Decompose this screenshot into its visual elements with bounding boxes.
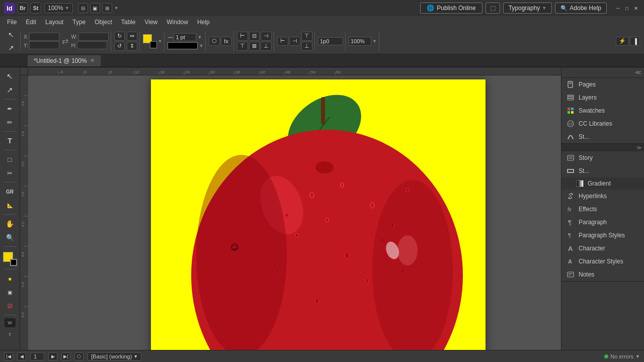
distrib-up-btn[interactable]: ⊤ [301, 32, 312, 41]
distrib-down-btn[interactable]: ⊥ [301, 42, 312, 51]
rotate-ccw-btn[interactable]: ↺ [114, 42, 125, 51]
normal-mode-btn[interactable]: T [3, 329, 17, 341]
next-page-btn[interactable]: ▶ [48, 352, 57, 360]
panel-toggle-btn[interactable]: ▐ [630, 37, 640, 46]
svg-text:60: 60 [336, 70, 341, 74]
error-dropdown-btn[interactable]: ▼ [635, 354, 640, 359]
opacity-btn[interactable]: ⬡ [209, 37, 220, 46]
typography-dropdown[interactable]: Typography ▼ [503, 3, 552, 14]
opacity-input[interactable] [349, 37, 371, 46]
direct-select-btn[interactable]: ↗ [4, 42, 18, 54]
hand-tool[interactable]: ✋ [3, 218, 17, 230]
preview-mode-btn[interactable]: W [5, 318, 16, 327]
selection-tool-btn[interactable]: ↖ [4, 29, 18, 41]
page-number-input[interactable] [318, 37, 343, 45]
paragraph-panel-row[interactable]: ¶ Paragraph [561, 216, 644, 229]
menu-table[interactable]: Table [117, 18, 140, 27]
panel-collapse-btn[interactable]: ≪ [635, 69, 641, 76]
menu-object[interactable]: Object [91, 18, 116, 27]
stroke2-panel-row[interactable]: St... [561, 164, 644, 177]
profile-dropdown[interactable]: [Basic] (working) ▼ [88, 352, 141, 360]
effects-panel-row[interactable]: fx Effects [561, 203, 644, 216]
prev-page-btn[interactable]: ◀ [17, 352, 26, 360]
character-styles-panel-row[interactable]: A Character Styles [561, 255, 644, 268]
measurement-tool[interactable]: 📐 [3, 199, 17, 211]
stroke-style-swatch[interactable] [168, 42, 198, 49]
story-panel-row[interactable]: Story [561, 151, 644, 164]
pen-tool[interactable]: ✒ [3, 103, 17, 115]
notes-panel-row[interactable]: Notes [561, 268, 644, 281]
align-group: ⊢ ⊟ ⊣ ⊤ ⊠ ⊥ [235, 31, 274, 51]
align-bottom-btn[interactable]: ⊥ [261, 42, 272, 51]
tab-close-btn[interactable]: ✕ [90, 57, 95, 64]
rectangle-tool[interactable]: □ [3, 153, 17, 165]
app-icons: Id Br St [4, 3, 41, 14]
minimize-button[interactable]: ─ [614, 4, 622, 12]
arrange-btn[interactable]: ⊟ [78, 3, 88, 13]
view-btn[interactable]: ▣ [90, 3, 100, 13]
menu-window[interactable]: Window [163, 18, 192, 27]
y-input[interactable] [29, 41, 59, 49]
layout-btn[interactable]: ⊞ [102, 3, 112, 13]
align-top-btn[interactable]: ⊤ [237, 42, 248, 51]
quick-apply-btn[interactable]: ⚡ [616, 37, 629, 46]
selection-tool[interactable]: ↖ [3, 70, 17, 82]
direct-selection-tool[interactable]: ↗ [3, 84, 17, 96]
type-tool[interactable]: T [3, 135, 17, 147]
align-left-btn[interactable]: ⊢ [237, 32, 248, 41]
distrib-left-btn[interactable]: ⊢ [277, 37, 288, 46]
close-button[interactable]: ✕ [632, 4, 640, 12]
apply-gradient-btn[interactable]: ▣ [3, 286, 17, 298]
w-input[interactable] [78, 33, 109, 41]
adobe-help-button[interactable]: 🔍 Adobe Help [555, 3, 607, 14]
align-center-btn[interactable]: ⊟ [249, 32, 260, 41]
rotate-cw-btn[interactable]: ↻ [114, 32, 125, 41]
menu-layout[interactable]: Layout [41, 18, 67, 27]
share-button[interactable]: ⬚ [486, 3, 500, 14]
section-expand-btn[interactable]: ≫ [636, 145, 641, 150]
last-page-btn[interactable]: ▶| [61, 352, 70, 360]
layers-panel-row[interactable]: Layers [561, 91, 644, 104]
align-right-btn[interactable]: ⊣ [261, 32, 272, 41]
flip-v-btn[interactable]: ⇕ [127, 42, 137, 51]
cc-libraries-panel-row[interactable]: CC CC Libraries [561, 117, 644, 130]
menu-view[interactable]: View [140, 18, 162, 27]
gradient-panel-row[interactable]: Gradient [561, 177, 644, 190]
bridge-icon[interactable]: Br [17, 3, 28, 14]
stock-icon[interactable]: St [30, 3, 41, 14]
distrib-right-btn[interactable]: ⊣ [289, 37, 300, 46]
preflight-btn[interactable]: ⬡ [74, 352, 84, 360]
transform-btn[interactable]: ⇄ [62, 36, 68, 46]
stroke-weight-input[interactable] [174, 33, 196, 41]
first-page-btn[interactable]: |◀ [4, 352, 13, 360]
stroke-color-swatch[interactable] [150, 41, 157, 48]
pages-panel-row[interactable]: Pages [561, 78, 644, 91]
menu-edit[interactable]: Edit [22, 18, 40, 27]
pencil-tool[interactable]: ✏ [3, 116, 17, 128]
menu-type[interactable]: Type [68, 18, 90, 27]
x-input[interactable] [29, 33, 59, 41]
publish-online-button[interactable]: 🌐 Publish Online [420, 3, 482, 14]
apply-color-btn[interactable]: ■ [3, 273, 17, 285]
hyperlinks-panel-row[interactable]: Hyperlinks [561, 190, 644, 203]
paragraph-styles-panel-row[interactable]: ¶ Paragraph Styles [561, 229, 644, 242]
stroke-panel-row[interactable]: St... [561, 130, 644, 143]
flip-h-btn[interactable]: ⇔ [127, 32, 137, 41]
document-tab[interactable]: *Untitled-1 @ 100% ✕ [28, 55, 101, 66]
gradient-tool[interactable]: GR [3, 186, 17, 198]
menu-file[interactable]: File [3, 18, 21, 27]
cc-libraries-icon: CC [567, 120, 575, 128]
stroke-color-lt[interactable] [10, 259, 17, 266]
zoom-control[interactable]: 100% ▼ [44, 3, 73, 13]
h-input[interactable] [77, 41, 107, 49]
apply-none-btn[interactable]: ⊘ [3, 300, 17, 312]
scissor-tool[interactable]: ✂ [3, 167, 17, 179]
align-middle-btn[interactable]: ⊠ [249, 42, 260, 51]
menu-help[interactable]: Help [193, 18, 214, 27]
swatches-panel-row[interactable]: Swatches [561, 104, 644, 117]
zoom-tool[interactable]: 🔍 [3, 231, 17, 243]
character-panel-row[interactable]: A Character [561, 242, 644, 255]
fx-btn[interactable]: fx [221, 37, 231, 46]
maximize-button[interactable]: □ [623, 4, 631, 12]
current-page-input[interactable] [30, 352, 44, 360]
